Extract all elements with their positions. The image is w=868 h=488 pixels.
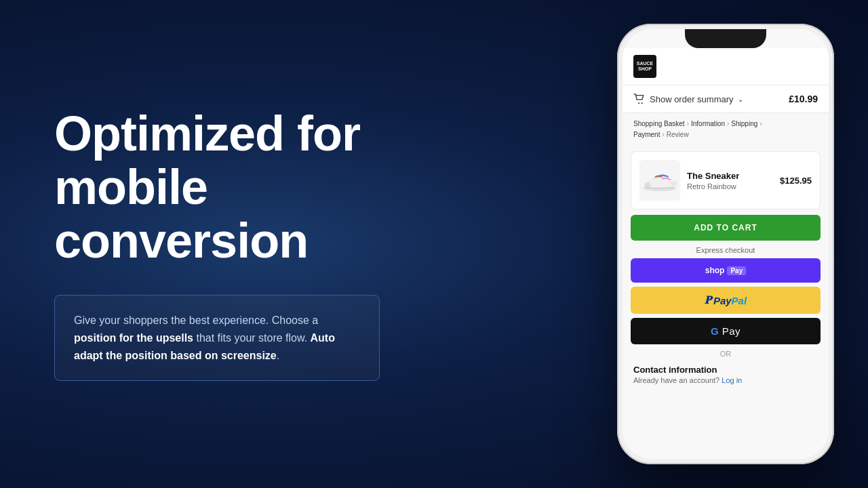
desc-bold1: position for the upsells	[74, 332, 193, 344]
shop-pay-label: shop Pay	[705, 266, 746, 275]
pay-badge: Pay	[727, 266, 746, 275]
contact-title: Contact information	[633, 365, 818, 375]
add-to-cart-button[interactable]: ADD TO CART	[631, 215, 821, 241]
shop-pay-button[interactable]: shop Pay	[631, 258, 821, 283]
description-text: Give your shoppers the best experience. …	[74, 312, 360, 364]
breadcrumb-info: Information	[691, 119, 725, 129]
contact-sub-text: Already have an account?	[633, 376, 719, 384]
product-price: $125.95	[780, 176, 812, 186]
headline-line2: mobile	[54, 160, 208, 214]
svg-point-1	[641, 102, 642, 104]
svg-rect-4	[645, 183, 650, 188]
phone-inner: SAUCE SHOP Sho	[623, 29, 829, 459]
sneaker-illustration	[641, 168, 679, 192]
breadcrumb: Shopping Basket › Information › Shipping…	[623, 113, 829, 146]
product-card: The Sneaker Retro Rainbow $125.95	[631, 151, 821, 209]
shop-text: shop	[705, 266, 725, 275]
svg-point-0	[638, 102, 639, 104]
product-variant: Retro Rainbow	[687, 182, 773, 190]
desc-text-middle: that fits your store flow.	[193, 332, 311, 344]
store-header: SAUCE SHOP	[623, 48, 829, 85]
store-logo-text: SAUCE SHOP	[637, 61, 654, 71]
desc-text-end: .	[277, 350, 279, 361]
headline: Optimized for mobile conversion	[54, 107, 570, 268]
order-summary-bar[interactable]: Show order summary ⌄ £10.99	[623, 85, 829, 113]
login-link[interactable]: Log in	[722, 376, 742, 384]
cart-icon	[633, 94, 646, 104]
svg-point-3	[671, 181, 677, 186]
g-letter: G	[711, 325, 719, 337]
order-price: £10.99	[789, 94, 818, 104]
breadcrumb-review: Review	[667, 129, 689, 140]
phone-mockup-container: SAUCE SHOP Sho	[610, 0, 868, 488]
separator-4: ›	[662, 129, 664, 140]
paypal-button[interactable]: 𝐏 Pay Pal	[631, 287, 821, 314]
express-checkout-label: Express checkout	[623, 246, 829, 254]
breadcrumb-basket: Shopping Basket	[633, 119, 685, 129]
breadcrumb-row-2: Payment › Review	[633, 129, 818, 140]
order-summary-text: Show order summary	[650, 94, 734, 104]
headline-line3: conversion	[54, 214, 308, 268]
gpay-label: G Pay	[711, 325, 741, 337]
phone-notch	[685, 29, 766, 48]
product-info: The Sneaker Retro Rainbow	[687, 171, 773, 190]
left-content: Optimized for mobile conversion Give you…	[0, 0, 610, 488]
phone-screen: SAUCE SHOP Sho	[623, 29, 829, 459]
phone-wrapper: SAUCE SHOP Sho	[617, 24, 834, 464]
order-summary-left: Show order summary ⌄	[633, 94, 743, 104]
pay-text: Pay	[722, 325, 741, 337]
separator-3: ›	[760, 119, 762, 129]
headline-line1: Optimized for	[54, 106, 360, 161]
breadcrumb-shipping: Shipping	[731, 119, 757, 129]
or-divider: OR	[623, 350, 829, 358]
contact-info: Contact information Already have an acco…	[623, 361, 829, 388]
breadcrumb-payment: Payment	[633, 129, 660, 140]
contact-sub: Already have an account? Log in	[633, 376, 818, 384]
paypal-text-light: Pal	[732, 295, 747, 306]
gpay-button[interactable]: G Pay	[631, 318, 821, 344]
phone-outer: SAUCE SHOP Sho	[617, 24, 834, 464]
description-box: Give your shoppers the best experience. …	[54, 295, 380, 381]
breadcrumb-row: Shopping Basket › Information › Shipping…	[633, 119, 818, 129]
product-image	[639, 160, 680, 201]
separator-1: ›	[687, 119, 689, 129]
separator-2: ›	[727, 119, 729, 129]
store-logo: SAUCE SHOP	[633, 55, 656, 78]
paypal-icon: 𝐏	[705, 294, 711, 306]
product-name: The Sneaker	[687, 171, 773, 181]
chevron-down-icon: ⌄	[738, 96, 743, 103]
desc-text-before: Give your shoppers the best experience. …	[74, 314, 318, 326]
paypal-text-blue: Pay	[713, 295, 732, 306]
